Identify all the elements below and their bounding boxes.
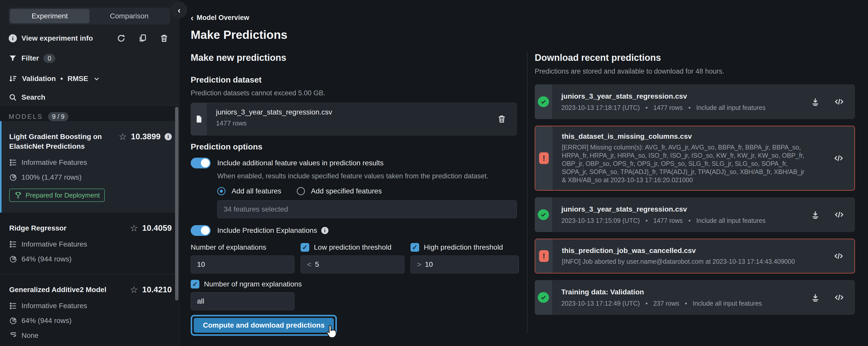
num-explanations-field[interactable]	[191, 255, 294, 274]
view-experiment-info-link[interactable]: View experiment info	[22, 34, 93, 42]
include-explanations-label: Include Prediction Explanations	[217, 226, 317, 234]
star-icon[interactable]: ☆	[130, 285, 138, 294]
high-threshold-field[interactable]: >	[410, 255, 519, 274]
feature-list-row: Informative Features	[9, 301, 172, 311]
feature-list-row: Informative Features	[9, 240, 172, 249]
features-selected-field[interactable]	[217, 200, 517, 218]
explanations-info-icon[interactable]: i	[321, 227, 329, 234]
model-card-ridge-regressor[interactable]: Ridge Regressor ☆ 10.4059 Informative Fe…	[0, 213, 179, 274]
greater-than-icon: >	[417, 260, 422, 269]
collapse-sidebar-button[interactable]: ‹	[171, 2, 187, 18]
code-icon[interactable]	[834, 97, 844, 107]
sample-size-row: 100% (1,477 rows)	[9, 173, 172, 182]
recent-prediction-row-error: ! this_dataset_is_missing_columns.csv [E…	[535, 126, 855, 191]
download-icon[interactable]	[810, 292, 820, 302]
recent-prediction-row: juniors_3_year_stats_regression.csv 2023…	[535, 84, 855, 119]
low-threshold-field[interactable]: <	[301, 255, 404, 274]
star-icon[interactable]: ☆	[119, 132, 127, 141]
filter-icon	[9, 54, 17, 62]
num-explanations-input[interactable]	[197, 260, 288, 269]
models-header: MODELS 9 / 9	[0, 105, 179, 121]
prediction-timestamp: 2023-10-13 17:18:17 (UTC)	[561, 104, 640, 112]
features-selected-input[interactable]	[224, 205, 510, 213]
back-to-model-overview-link[interactable]: ‹ Model Overview	[191, 14, 868, 22]
prediction-info-message: [INFO] Job aborted by user.name@datarobo…	[562, 257, 834, 265]
ngram-field[interactable]	[191, 292, 294, 310]
copy-icon[interactable]	[138, 34, 147, 43]
model-score: 10.4059	[142, 223, 172, 233]
trash-icon[interactable]	[159, 34, 169, 43]
error-exclamation-icon: !	[539, 250, 549, 262]
experiment-info-row: i View experiment info	[9, 33, 170, 44]
prediction-features-note: Include all input features	[693, 300, 762, 307]
sort-metric-label: RMSE	[67, 74, 88, 83]
models-scrollbar[interactable]	[175, 107, 178, 301]
status-strip	[535, 197, 552, 232]
dataset-file-name: juniors_3_year_stats_regression.csv	[216, 108, 497, 116]
refresh-icon[interactable]	[117, 34, 126, 43]
sample-size-label: 64% (944 rows)	[22, 317, 71, 325]
feature-list-row: Informative Features	[9, 158, 172, 167]
prediction-dataset-title: Prediction dataset	[191, 74, 527, 85]
model-score: 10.3899	[131, 132, 160, 141]
recent-title: Download recent predictions	[535, 52, 855, 63]
download-icon[interactable]	[810, 210, 820, 220]
high-threshold-checkbox[interactable]: ✓	[410, 243, 419, 252]
recent-prediction-row-error: ! this_prediction_job_was_cancelled.csv …	[535, 239, 855, 274]
ngram-input[interactable]	[197, 297, 288, 305]
column-divider	[527, 52, 528, 333]
success-check-icon	[538, 209, 549, 220]
pie-chart-icon	[9, 317, 18, 325]
filter-row[interactable]: Filter 0	[9, 53, 170, 63]
feature-list-icon	[9, 158, 18, 167]
code-icon[interactable]	[834, 251, 844, 261]
prediction-timestamp: 2023-10-13 17:12:49 (UTC)	[561, 300, 640, 307]
prediction-row-count: 1477 rows	[653, 104, 683, 112]
pie-chart-icon	[9, 255, 18, 263]
low-threshold-checkbox[interactable]: ✓	[301, 243, 309, 252]
include-features-toggle[interactable]	[191, 158, 211, 168]
info-icon: i	[9, 34, 17, 42]
back-chevron-icon: ‹	[191, 14, 193, 21]
model-card-generalized-additive2[interactable]: Generalized Additive2 Model ☆ 10.4210 In…	[0, 274, 179, 346]
include-explanations-toggle[interactable]	[191, 225, 211, 236]
filter-count-badge: 0	[43, 54, 55, 63]
search-row[interactable]: Search	[9, 93, 170, 102]
page-title: Make Predictions	[191, 28, 868, 42]
download-icon[interactable]	[810, 97, 820, 106]
add-all-features-radio[interactable]	[217, 187, 225, 195]
tab-experiment[interactable]: Experiment	[10, 9, 89, 23]
mouse-cursor	[324, 324, 339, 342]
score-info-icon[interactable]: i	[164, 133, 172, 140]
prepared-for-deployment-badge: Prepared for Deployment	[9, 189, 105, 202]
download-recent-predictions-section: Download recent predictions Predictions …	[535, 52, 855, 333]
prediction-timestamp: 2023-10-13 17:15:09 (UTC)	[561, 217, 640, 224]
sort-partition-label: Validation	[22, 74, 56, 83]
success-check-icon	[538, 96, 549, 107]
prediction-features-note: Include all input features	[696, 104, 766, 112]
section-title: Make new predictions	[191, 52, 527, 63]
dataset-size-hint: Prediction datasets cannot exceed 5.00 G…	[191, 88, 527, 98]
tab-comparison[interactable]: Comparison	[89, 9, 169, 23]
high-threshold-input[interactable]	[425, 260, 513, 269]
separator-dot: •	[688, 104, 691, 112]
prediction-features-note: Include all input features	[696, 217, 766, 224]
search-label: Search	[22, 93, 45, 101]
code-icon[interactable]	[834, 210, 844, 220]
slices-label: None	[22, 332, 39, 340]
model-card-light-gradient-boosting[interactable]: Light Gradient Boosting on ElasticNet Pr…	[0, 121, 179, 213]
ngram-checkbox[interactable]: ✓	[191, 280, 199, 288]
remove-dataset-icon[interactable]	[497, 115, 506, 124]
prediction-file-name: this_dataset_is_missing_columns.csv	[562, 132, 834, 140]
sample-size-label: 100% (1,477 rows)	[22, 173, 82, 182]
pie-chart-icon	[9, 173, 18, 182]
low-threshold-input[interactable]	[315, 260, 398, 269]
code-icon[interactable]	[834, 153, 844, 163]
add-specified-features-radio[interactable]	[297, 187, 305, 195]
sort-row[interactable]: Validation • RMSE	[9, 73, 170, 84]
code-icon[interactable]	[834, 292, 844, 303]
compute-download-button[interactable]: Compute and download predictions	[194, 318, 334, 333]
filter-label: Filter	[22, 54, 39, 62]
separator-dot: •	[645, 300, 648, 307]
star-icon[interactable]: ☆	[130, 224, 138, 233]
